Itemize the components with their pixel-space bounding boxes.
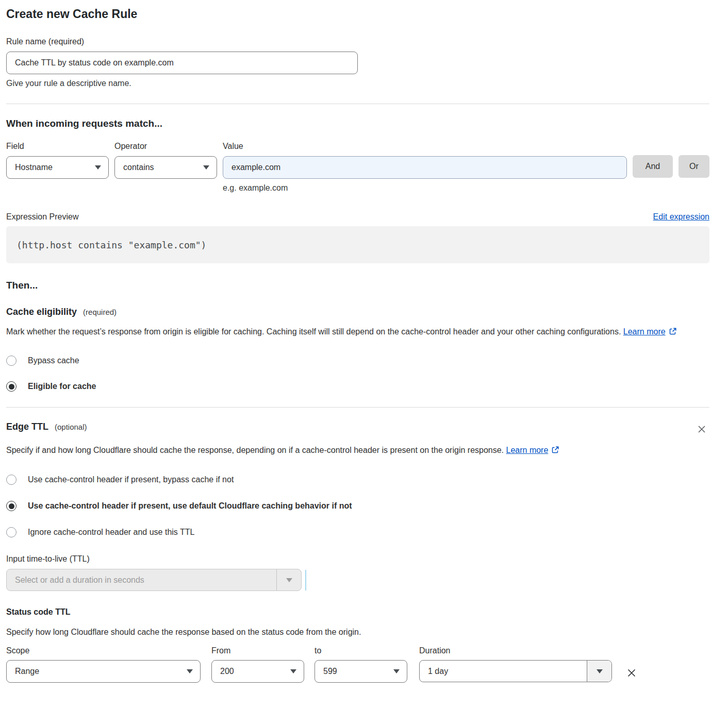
- edge-ttl-learn-more-link[interactable]: Learn more: [506, 446, 549, 454]
- cache-eligibility-description: Mark whether the request’s response from…: [6, 325, 709, 340]
- value-column: Value e.g. example.com: [223, 142, 627, 193]
- edge-ttl-qualifier: (optional): [55, 423, 87, 431]
- operator-column: Operator contains: [114, 142, 217, 179]
- to-column: to 599: [315, 646, 407, 683]
- rule-name-input[interactable]: [6, 52, 358, 74]
- from-select-value: 200: [220, 667, 234, 676]
- external-link-icon: [551, 444, 559, 459]
- value-example-help: e.g. example.com: [223, 183, 627, 193]
- and-button[interactable]: And: [633, 155, 673, 178]
- duration-select[interactable]: 1 day: [419, 660, 612, 682]
- radio-label: Use cache-control header if present, use…: [28, 501, 352, 511]
- chevron-down-icon: [187, 669, 193, 673]
- status-code-ttl-row: Scope Range From 200 to 599 Duration 1 d…: [6, 646, 709, 683]
- field-select[interactable]: Hostname: [6, 156, 109, 179]
- scope-column: Scope Range: [6, 646, 201, 683]
- edge-ttl-header: Edge TTL (optional): [6, 421, 709, 437]
- radio-icon[interactable]: [6, 475, 16, 485]
- scope-select[interactable]: Range: [6, 660, 201, 683]
- field-select-value: Hostname: [15, 163, 53, 172]
- section-divider: [6, 407, 709, 408]
- duration-dropdown-button[interactable]: [587, 661, 611, 682]
- expression-preview-header: Expression Preview Edit expression: [6, 212, 709, 222]
- rule-name-label: Rule name (required): [6, 37, 709, 46]
- close-icon: [625, 667, 638, 679]
- status-code-ttl-description: Specify how long Cloudflare should cache…: [6, 625, 709, 639]
- edge-ttl-description: Specify if and how long Cloudflare shoul…: [6, 443, 573, 459]
- radio-icon[interactable]: [6, 527, 16, 537]
- cache-eligibility-description-text: Mark whether the request’s response from…: [6, 327, 621, 336]
- cache-rule-form: Create new Cache Rule Rule name (require…: [6, 7, 709, 683]
- external-link-icon: [669, 326, 677, 340]
- radio-option-bypass-cache[interactable]: Bypass cache: [6, 356, 709, 366]
- ttl-duration-dropdown-button[interactable]: [276, 569, 301, 590]
- radio-label: Use cache-control header if present, byp…: [28, 475, 234, 484]
- edit-expression-link[interactable]: Edit expression: [653, 212, 709, 222]
- match-heading: When incoming requests match...: [6, 118, 709, 129]
- duration-column: Duration 1 day: [419, 646, 612, 682]
- radio-icon[interactable]: [6, 356, 16, 366]
- radio-option-eligible-for-cache[interactable]: Eligible for cache: [6, 381, 709, 392]
- remove-status-ttl-row-button[interactable]: [623, 665, 640, 681]
- chevron-down-icon: [286, 578, 292, 582]
- radio-option-ignore-header[interactable]: Ignore cache-control header and use this…: [6, 527, 709, 537]
- radio-label: Eligible for cache: [28, 382, 96, 391]
- ttl-duration-placeholder: Select or add a duration in seconds: [7, 569, 276, 590]
- duration-select-value: 1 day: [420, 661, 587, 682]
- from-select[interactable]: 200: [211, 660, 304, 683]
- or-button[interactable]: Or: [679, 155, 709, 178]
- match-expression-row: Field Hostname Operator contains Value e…: [6, 142, 709, 193]
- scope-select-value: Range: [15, 667, 39, 676]
- duration-label: Duration: [419, 646, 612, 655]
- rule-name-block: Rule name (required) Give your rule a de…: [6, 37, 709, 88]
- value-label: Value: [223, 142, 627, 151]
- cache-eligibility-title: Cache eligibility: [6, 307, 77, 317]
- operator-select[interactable]: contains: [114, 156, 217, 179]
- radio-label: Ignore cache-control header and use this…: [28, 528, 194, 537]
- cache-eligibility-learn-more-link[interactable]: Learn more: [623, 327, 666, 336]
- operator-label: Operator: [114, 142, 217, 151]
- edge-ttl-title: Edge TTL: [6, 421, 48, 432]
- close-icon: [696, 424, 707, 435]
- status-code-ttl-title: Status code TTL: [6, 607, 709, 617]
- value-input[interactable]: [223, 156, 627, 179]
- from-label: From: [211, 646, 304, 655]
- chevron-down-icon: [597, 669, 603, 673]
- from-column: From 200: [211, 646, 304, 683]
- section-divider: [6, 104, 709, 104]
- expression-preview-label: Expression Preview: [6, 212, 79, 222]
- edge-ttl-title-row: Edge TTL (optional): [6, 421, 87, 432]
- ttl-input-row: Select or add a duration in seconds: [6, 569, 709, 591]
- to-select[interactable]: 599: [315, 660, 407, 683]
- expression-preview-box: (http.host contains "example.com"): [6, 226, 709, 263]
- then-heading: Then...: [6, 280, 709, 291]
- scope-label: Scope: [6, 646, 201, 655]
- radio-label: Bypass cache: [28, 356, 79, 365]
- ttl-input-label: Input time-to-live (TTL): [6, 554, 709, 564]
- radio-option-header-default[interactable]: Use cache-control header if present, use…: [6, 501, 709, 511]
- to-select-value: 599: [323, 667, 337, 676]
- radio-icon-checked[interactable]: [6, 381, 16, 392]
- radio-option-header-bypass[interactable]: Use cache-control header if present, byp…: [6, 475, 709, 485]
- chevron-down-icon: [203, 165, 209, 170]
- chevron-down-icon: [290, 669, 296, 673]
- edge-ttl-close-button[interactable]: [694, 421, 709, 437]
- field-label: Field: [6, 142, 109, 151]
- page-title: Create new Cache Rule: [6, 7, 709, 21]
- chevron-down-icon: [95, 165, 101, 170]
- chevron-down-icon: [393, 669, 400, 673]
- edge-ttl-description-text: Specify if and how long Cloudflare shoul…: [6, 446, 504, 454]
- expression-code: (http.host contains "example.com"): [16, 240, 206, 250]
- cache-eligibility-qualifier: (required): [83, 308, 117, 316]
- radio-icon-checked[interactable]: [6, 501, 16, 511]
- cache-eligibility-header: Cache eligibility (required): [6, 307, 709, 317]
- operator-select-value: contains: [123, 163, 154, 172]
- ttl-duration-select[interactable]: Select or add a duration in seconds: [6, 569, 302, 591]
- focus-edge-bar: [305, 570, 306, 590]
- rule-name-help: Give your rule a descriptive name.: [6, 79, 709, 88]
- to-label: to: [315, 646, 407, 655]
- field-column: Field Hostname: [6, 142, 109, 179]
